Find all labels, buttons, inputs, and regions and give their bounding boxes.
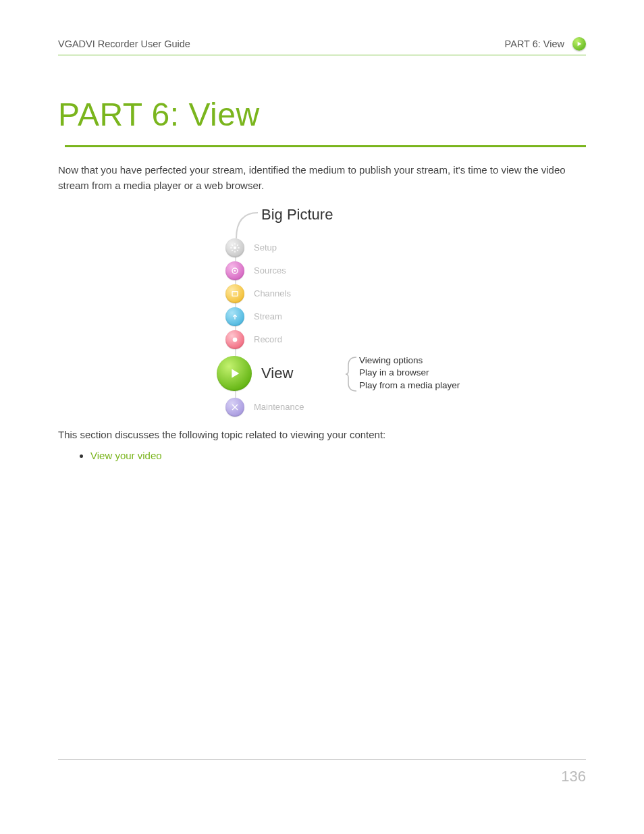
svg-point-5 (233, 337, 238, 342)
play-icon (572, 37, 586, 51)
step-stream: Stream (225, 307, 282, 326)
play-icon (217, 356, 252, 391)
step-label: Maintenance (254, 402, 304, 412)
header-section: PART 6: View (505, 37, 586, 51)
page-number: 136 (561, 768, 586, 785)
step-channels: Channels (225, 284, 291, 303)
topics-list: View your video (58, 450, 586, 461)
list-item: View your video (90, 450, 586, 461)
step-label: Channels (254, 288, 291, 298)
upload-icon (225, 307, 244, 326)
link-view-your-video[interactable]: View your video (90, 450, 162, 461)
tools-icon (225, 398, 244, 417)
record-icon (225, 330, 244, 349)
diagram-title-connector (231, 211, 265, 240)
svg-point-1 (234, 246, 236, 249)
step-setup: Setup (225, 238, 277, 257)
diagram-title: Big Picture (261, 206, 333, 224)
big-picture-diagram: Big Picture Setup Sources Channels (163, 206, 481, 422)
svg-marker-0 (578, 42, 582, 46)
sub-topic: Viewing options (359, 355, 460, 367)
step-label: Stream (254, 311, 282, 321)
svg-point-3 (234, 269, 236, 271)
svg-marker-6 (232, 369, 239, 377)
step-sources: Sources (225, 261, 286, 280)
channels-icon (225, 284, 244, 303)
section-intro: This section discusses the following top… (58, 429, 586, 440)
header-section-label: PART 6: View (505, 38, 564, 49)
header-doc-title: VGADVI Recorder User Guide (58, 38, 190, 49)
step-record: Record (225, 330, 282, 349)
view-sub-topics: Viewing options Play in a browser Play f… (359, 355, 460, 393)
intro-paragraph: Now that you have perfected your stream,… (58, 162, 586, 194)
step-maintenance: Maintenance (225, 398, 304, 417)
sub-topic: Play from a media player (359, 380, 460, 392)
step-label: Sources (254, 265, 286, 276)
step-label: Record (254, 334, 282, 344)
step-label: Setup (254, 242, 277, 253)
page-title: PART 6: View (58, 96, 586, 133)
svg-rect-4 (232, 291, 238, 296)
title-underline (65, 145, 586, 147)
sub-topic: Play in a browser (359, 367, 460, 380)
gear-icon (225, 238, 244, 257)
sub-bracket (346, 356, 358, 392)
footer-rule (58, 759, 586, 760)
sources-icon (225, 261, 244, 280)
step-label: View (261, 365, 293, 382)
step-view-active: View (217, 356, 293, 391)
page-header: VGADVI Recorder User Guide PART 6: View (58, 37, 586, 55)
